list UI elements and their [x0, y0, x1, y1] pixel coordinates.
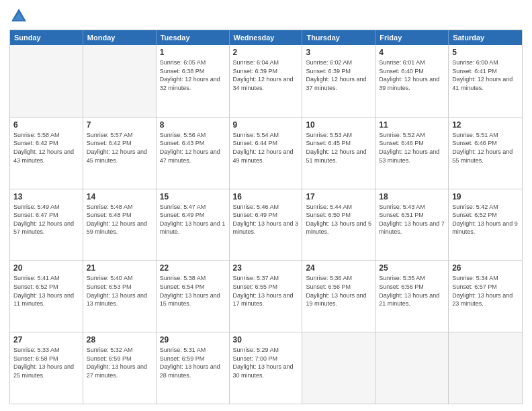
daylight-text: Daylight: 12 hours and 57 minutes. — [13, 220, 74, 236]
sunset-text: Sunset: 6:46 PM — [379, 140, 424, 146]
calendar-cell: 14 Sunrise: 5:48 AM Sunset: 6:48 PM Dayl… — [83, 189, 157, 261]
sunset-text: Sunset: 6:39 PM — [233, 68, 278, 75]
day-number: 30 — [233, 335, 299, 345]
day-info: Sunrise: 6:02 AM Sunset: 6:39 PM Dayligh… — [306, 58, 371, 92]
day-info: Sunrise: 5:34 AM Sunset: 6:57 PM Dayligh… — [452, 274, 519, 308]
sunrise-text: Sunrise: 5:42 AM — [452, 203, 498, 210]
sunrise-text: Sunrise: 6:00 AM — [452, 59, 498, 66]
day-info: Sunrise: 5:46 AM Sunset: 6:49 PM Dayligh… — [233, 203, 299, 236]
calendar-row: 6 Sunrise: 5:58 AM Sunset: 6:42 PM Dayli… — [10, 117, 522, 189]
day-number: 19 — [452, 192, 519, 201]
day-info: Sunrise: 5:58 AM Sunset: 6:42 PM Dayligh… — [13, 131, 79, 165]
day-number: 10 — [306, 120, 371, 130]
sunset-text: Sunset: 6:52 PM — [452, 212, 497, 218]
daylight-text: Daylight: 13 hours and 5 minutes. — [306, 220, 371, 236]
day-info: Sunrise: 5:40 AM Sunset: 6:53 PM Dayligh… — [87, 274, 152, 308]
sunrise-text: Sunrise: 5:32 AM — [87, 347, 133, 353]
day-info: Sunrise: 5:44 AM Sunset: 6:50 PM Dayligh… — [306, 203, 371, 236]
day-number: 2 — [233, 48, 299, 57]
sunrise-text: Sunrise: 5:44 AM — [306, 203, 352, 210]
calendar-row: 1 Sunrise: 6:05 AM Sunset: 6:38 PM Dayli… — [10, 45, 522, 117]
calendar-cell: 5 Sunrise: 6:00 AM Sunset: 6:41 PM Dayli… — [449, 45, 522, 117]
day-number: 24 — [306, 263, 371, 273]
daylight-text: Daylight: 13 hours and 27 minutes. — [87, 363, 147, 379]
day-info: Sunrise: 5:49 AM Sunset: 6:47 PM Dayligh… — [13, 203, 79, 236]
day-info: Sunrise: 5:33 AM Sunset: 6:58 PM Dayligh… — [13, 346, 79, 379]
daylight-text: Daylight: 12 hours and 39 minutes. — [379, 76, 439, 91]
calendar-cell: 30 Sunrise: 5:29 AM Sunset: 7:00 PM Dayl… — [230, 332, 303, 404]
calendar-cell: 27 Sunrise: 5:33 AM Sunset: 6:58 PM Dayl… — [10, 332, 83, 404]
weekday-header: Sunday — [10, 30, 83, 45]
day-info: Sunrise: 5:32 AM Sunset: 6:59 PM Dayligh… — [87, 346, 152, 379]
daylight-text: Daylight: 13 hours and 19 minutes. — [306, 292, 366, 308]
sunrise-text: Sunrise: 6:01 AM — [379, 59, 425, 66]
daylight-text: Daylight: 13 hours and 17 minutes. — [233, 292, 294, 308]
day-number: 7 — [87, 120, 152, 130]
day-number: 16 — [233, 192, 299, 201]
calendar-row: 20 Sunrise: 5:41 AM Sunset: 6:52 PM Dayl… — [10, 260, 522, 332]
daylight-text: Daylight: 13 hours and 15 minutes. — [160, 292, 220, 308]
day-number: 9 — [233, 120, 299, 130]
day-info: Sunrise: 5:38 AM Sunset: 6:54 PM Dayligh… — [160, 274, 226, 308]
weekday-header: Tuesday — [157, 30, 230, 45]
calendar-cell: 17 Sunrise: 5:44 AM Sunset: 6:50 PM Dayl… — [302, 189, 375, 261]
sunset-text: Sunset: 6:49 PM — [160, 212, 205, 218]
day-number: 13 — [13, 192, 79, 201]
daylight-text: Daylight: 13 hours and 1 minute. — [160, 220, 226, 236]
daylight-text: Daylight: 12 hours and 47 minutes. — [160, 148, 220, 164]
day-number: 21 — [87, 263, 152, 273]
day-number: 8 — [160, 120, 226, 130]
day-info: Sunrise: 6:04 AM Sunset: 6:39 PM Dayligh… — [233, 58, 299, 92]
sunrise-text: Sunrise: 5:31 AM — [160, 347, 206, 353]
calendar-cell: 1 Sunrise: 6:05 AM Sunset: 6:38 PM Dayli… — [157, 45, 230, 117]
calendar-cell: 22 Sunrise: 5:38 AM Sunset: 6:54 PM Dayl… — [157, 261, 230, 332]
calendar-cell: 4 Sunrise: 6:01 AM Sunset: 6:40 PM Dayli… — [375, 45, 449, 117]
weekday-header: Wednesday — [230, 30, 303, 45]
logo-icon — [9, 7, 28, 26]
day-number: 12 — [452, 120, 519, 130]
sunset-text: Sunset: 6:44 PM — [233, 140, 278, 146]
daylight-text: Daylight: 13 hours and 7 minutes. — [379, 220, 445, 236]
day-number: 20 — [13, 263, 79, 273]
weekday-header: Saturday — [449, 30, 522, 45]
daylight-text: Daylight: 12 hours and 51 minutes. — [306, 148, 366, 164]
sunrise-text: Sunrise: 6:04 AM — [233, 59, 279, 66]
calendar-cell: 10 Sunrise: 5:53 AM Sunset: 6:45 PM Dayl… — [302, 118, 375, 189]
sunset-text: Sunset: 6:59 PM — [87, 355, 132, 362]
day-info: Sunrise: 5:31 AM Sunset: 6:59 PM Dayligh… — [160, 346, 226, 379]
day-info: Sunrise: 5:51 AM Sunset: 6:46 PM Dayligh… — [452, 131, 519, 165]
calendar-header: SundayMondayTuesdayWednesdayThursdayFrid… — [10, 30, 522, 45]
day-info: Sunrise: 5:36 AM Sunset: 6:56 PM Dayligh… — [306, 274, 371, 308]
day-number: 29 — [160, 335, 226, 345]
calendar-cell — [83, 45, 157, 117]
sunset-text: Sunset: 6:47 PM — [13, 212, 58, 218]
sunrise-text: Sunrise: 5:56 AM — [160, 132, 206, 138]
day-number: 15 — [160, 192, 226, 201]
day-number: 23 — [233, 263, 299, 273]
calendar-cell: 2 Sunrise: 6:04 AM Sunset: 6:39 PM Dayli… — [230, 45, 303, 117]
daylight-text: Daylight: 13 hours and 21 minutes. — [379, 292, 439, 308]
calendar-row: 27 Sunrise: 5:33 AM Sunset: 6:58 PM Dayl… — [10, 332, 522, 404]
day-number: 11 — [379, 120, 445, 130]
day-info: Sunrise: 5:56 AM Sunset: 6:43 PM Dayligh… — [160, 131, 226, 165]
sunset-text: Sunset: 6:42 PM — [87, 140, 132, 146]
calendar-cell: 7 Sunrise: 5:57 AM Sunset: 6:42 PM Dayli… — [83, 118, 157, 189]
sunrise-text: Sunrise: 5:47 AM — [160, 203, 206, 210]
calendar-cell: 24 Sunrise: 5:36 AM Sunset: 6:56 PM Dayl… — [302, 261, 375, 332]
calendar-cell: 13 Sunrise: 5:49 AM Sunset: 6:47 PM Dayl… — [10, 189, 83, 261]
sunrise-text: Sunrise: 5:41 AM — [13, 275, 60, 281]
sunset-text: Sunset: 6:54 PM — [160, 283, 205, 290]
daylight-text: Daylight: 12 hours and 45 minutes. — [87, 148, 147, 164]
sunset-text: Sunset: 6:43 PM — [160, 140, 205, 146]
day-info: Sunrise: 5:41 AM Sunset: 6:52 PM Dayligh… — [13, 274, 79, 308]
day-number: 26 — [452, 263, 519, 273]
sunset-text: Sunset: 6:40 PM — [379, 68, 424, 75]
calendar-cell — [10, 45, 83, 117]
sunrise-text: Sunrise: 5:46 AM — [233, 203, 279, 210]
sunrise-text: Sunrise: 5:54 AM — [233, 132, 279, 138]
day-info: Sunrise: 6:01 AM Sunset: 6:40 PM Dayligh… — [379, 58, 445, 92]
day-number: 25 — [379, 263, 445, 273]
calendar-cell: 16 Sunrise: 5:46 AM Sunset: 6:49 PM Dayl… — [230, 189, 303, 261]
weekday-header: Friday — [375, 30, 449, 45]
sunset-text: Sunset: 6:38 PM — [160, 68, 205, 75]
